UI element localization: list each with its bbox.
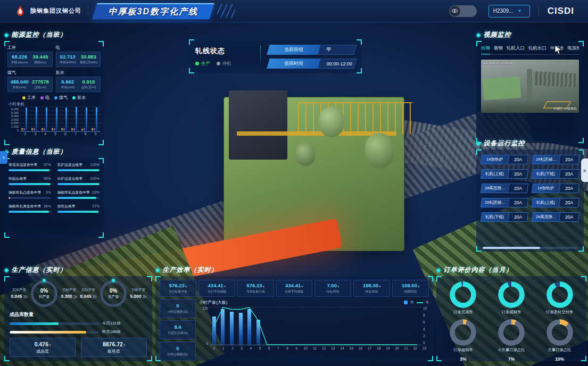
efficiency-stat-value: 576.23s	[246, 282, 264, 288]
equipment-item[interactable]: 1#加热炉20A	[532, 184, 580, 193]
quality-progress-fill	[9, 183, 51, 185]
order-donut: 93%订单及时交付率	[537, 281, 582, 315]
energy-value: 30.883	[78, 54, 99, 60]
legend-item: 煤气	[54, 95, 68, 101]
x-tick-label: 4	[44, 132, 46, 136]
equipment-item[interactable]: 轧机(上辊)20A	[481, 169, 529, 179]
inventory-card: 0.476t成品库	[10, 338, 76, 357]
energy-bar	[61, 128, 63, 131]
equipment-label-chip: 2#轧区辅…	[532, 155, 561, 164]
eye-icon	[450, 6, 460, 16]
energy-value: 52.713	[57, 54, 78, 60]
video-tab-4[interactable]: 中间冷	[550, 45, 564, 55]
efficiency-stat-card: 198.00s纯轧时间	[353, 280, 390, 297]
equipment-label: 1#加热炉	[537, 186, 554, 191]
energy-bar	[84, 128, 85, 131]
heat-number-select[interactable]: H2309... ▼	[488, 5, 530, 18]
panel-production-efficiency: ◆ 生产效率（实时） 576.23s当日轧制节奏434.41s当日平均间隔576…	[155, 265, 433, 361]
status-row-value: 甲	[327, 46, 332, 53]
energy-unit: 总耗(m³)	[31, 85, 49, 89]
inventory-bar-row: 昨天288块	[10, 329, 147, 335]
x-tick-label: 21	[402, 346, 411, 350]
equipment-item[interactable]: 1#加热炉20A	[481, 155, 529, 164]
quality-metric-value: 3%	[46, 190, 51, 194]
video-feed-rollers	[533, 71, 576, 87]
equipment-label: 轧机(上辊)	[536, 200, 555, 205]
video-tab-0[interactable]: 出钢	[481, 45, 490, 55]
energy-chart-xaxis: 23456789	[20, 132, 101, 136]
legend-label: 煤气	[59, 95, 68, 101]
equipment-item[interactable]: 2#轧区辅…20A	[481, 198, 529, 207]
energy-bar-group	[71, 107, 79, 131]
diamond-icon: ◆	[155, 267, 160, 273]
video-tab-2[interactable]: 轧机入口	[507, 45, 525, 55]
diamond-icon: ◆	[436, 267, 441, 273]
equipment-label-chip: 轧机(下辊)	[532, 169, 561, 179]
visibility-toggle[interactable]	[449, 5, 477, 17]
x-tick-label: 5	[255, 346, 264, 350]
video-tab-5[interactable]: 电加热	[568, 45, 579, 55]
rolling-status-legend: 生产停机	[195, 61, 253, 67]
x-tick-label: 7	[74, 132, 77, 136]
energy-bar-group	[42, 107, 49, 131]
x-tick-label: 8	[85, 132, 87, 136]
y-tick-label: 6	[423, 321, 425, 325]
energy-quadrant: 新水6.662单耗(m³/t)0.915总耗(万m³)	[56, 69, 101, 92]
quality-progress-fill	[57, 197, 97, 199]
equipment-item[interactable]: 轧机(上辊)20A	[532, 198, 580, 207]
equipment-item[interactable]: 2#高压除…20A	[481, 184, 529, 193]
energy-value: 486.040	[9, 79, 30, 85]
hourly-chart-right-axis: 1086420	[421, 307, 429, 345]
order-donut-ring	[546, 281, 573, 308]
equipment-value-chip: 20A	[508, 155, 529, 164]
quality-metric-label: 探伤合格率	[57, 204, 76, 209]
energy-unit: 累耗(tce)	[31, 60, 49, 64]
energy-quadrants: 工序68.226单耗(kgce/t)39.449累耗(tce)电52.713单耗…	[7, 44, 101, 92]
hourly-chart-xaxis: 01234567891011121314151617181920212223	[210, 346, 429, 350]
equipment-item[interactable]: 2#高压除…20A	[532, 212, 580, 222]
gauge-target-value: 5.000 万t	[129, 294, 148, 300]
energy-bar	[23, 128, 25, 131]
quality-metric: 钢板终轧凸度命中率3%	[9, 190, 51, 199]
x-tick-label: 23	[420, 346, 429, 350]
energy-quadrant-label: 煤气	[7, 70, 53, 76]
equipment-label-chip: 1#加热炉	[481, 155, 510, 164]
gauge-target-value: 0.300 万t	[60, 294, 79, 300]
quality-metric: 堆垛冷温度命中率97%	[9, 162, 51, 171]
equipment-value: 20A	[514, 200, 522, 205]
scrollbar-thumb[interactable]	[483, 247, 540, 249]
gauge-actual-unit: 万t	[92, 295, 97, 298]
inventory-card-value: 0.476t	[35, 341, 51, 347]
equipment-item[interactable]: 轧机(下辊)20A	[481, 212, 529, 222]
collapse-tab-right[interactable]: »	[581, 159, 588, 182]
equipment-item[interactable]: 轧机(下辊)20A	[532, 169, 580, 179]
video-tab-3[interactable]: 轧机出口	[528, 45, 546, 55]
equipment-scrollbar[interactable]	[483, 247, 577, 249]
equipment-value-chip: 20A	[559, 184, 580, 193]
panel-header: ◆ 视频监控	[476, 30, 584, 39]
equipment-value: 20A	[514, 171, 522, 177]
video-tab-1[interactable]: 装钢	[494, 45, 503, 55]
equipment-item[interactable]: 2#轧区辅…20A	[532, 155, 580, 164]
inventory-bar-fill	[10, 331, 86, 334]
order-donut: 3%订单超期率	[441, 319, 486, 353]
gauge-actual-value: 0.045 万t	[79, 294, 98, 300]
y-tick-label: 0	[18, 129, 19, 132]
y-tick-label: 120	[202, 307, 208, 311]
page-title: 中厚板3D数字化产线	[109, 6, 198, 17]
order-donut-ring	[450, 319, 476, 346]
page-title-plate: 中厚板3D数字化产线	[92, 3, 214, 19]
equipment-label: 2#轧区辅…	[536, 157, 557, 162]
status-legend-item: 生产	[195, 61, 210, 67]
inventory-card-label: 板坯库	[107, 348, 120, 354]
rolling-status-rows: 当前班组甲值班时间00:00-12:00	[268, 45, 355, 69]
equipment-label: 2#轧区辅…	[485, 200, 506, 205]
collapse-tab-left[interactable]: «	[0, 151, 7, 164]
equipment-value: 20A	[565, 157, 573, 162]
x-tick-label: 14	[337, 346, 346, 350]
energy-chart-plot	[20, 107, 101, 132]
collapse-right-icon: »	[583, 168, 586, 173]
status-row-label: 当前班组	[284, 46, 303, 53]
equipment-label: 2#高压除…	[485, 186, 506, 191]
order-donut: 95%订单成材率	[489, 281, 534, 315]
